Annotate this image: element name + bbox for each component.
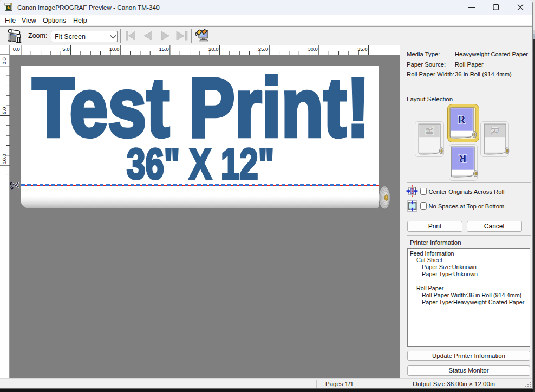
svg-text:0.0: 0.0 [13,46,20,52]
svg-text:R: R [459,153,467,165]
svg-text:0.0: 0.0 [1,57,7,64]
svg-text:R: R [457,113,465,125]
svg-text:15.0: 15.0 [159,46,169,52]
svg-text:36" X 12": 36" X 12" [127,139,274,186]
svg-text:10.0: 10.0 [1,154,7,164]
svg-text:5.0: 5.0 [62,46,69,52]
svg-text:35.0: 35.0 [357,46,368,52]
svg-text:R: R [489,127,501,135]
svg-text:10.0: 10.0 [109,46,120,52]
svg-text:25.0: 25.0 [258,46,269,52]
svg-text:30.0: 30.0 [308,46,318,52]
svg-text:R: R [423,127,435,135]
svg-text:5.0: 5.0 [1,107,7,114]
svg-text:20.0: 20.0 [208,46,219,52]
